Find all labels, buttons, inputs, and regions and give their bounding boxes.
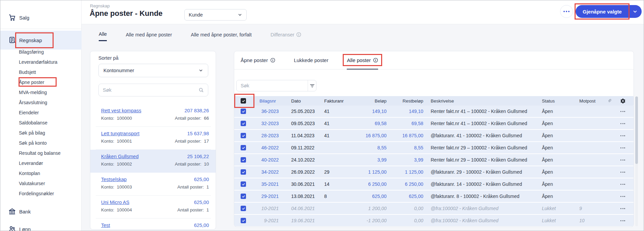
col-header-beskrivelse[interactable]: Beskrivelse [425,98,538,104]
more-actions-button[interactable] [560,5,573,18]
col-header-belop[interactable]: Beløp [352,98,388,104]
col-header-restbelop[interactable]: Restbeløp [388,98,425,104]
row-menu-button[interactable] [620,123,625,124]
status-cell: Åpen [538,169,568,175]
customer-row-lett-tungtransport[interactable]: Lett tungtransport 15 637,98 Konto: 1000… [90,127,216,150]
select-all-checkbox[interactable] [241,98,246,104]
tab-differanser[interactable]: Differanser [271,31,302,41]
motpost-cell: 10 [568,218,603,223]
sidebar-item-resultat-og-balanse[interactable]: Resultat og balanse [0,148,82,158]
row-menu-button[interactable] [620,208,625,209]
customer-row-test[interactable]: Test 625,00 [90,219,216,230]
reopen-selected-dropdown-toggle[interactable] [629,5,642,18]
customer-row-uni-micro-as[interactable]: Uni Micro AS 625,00 Konto: 100004 Antall… [90,196,216,219]
beskrivelse-cell: @fakturanr. 14 - 100002 - Kråken Gullsme… [425,181,538,187]
bilagsnr-link[interactable]: 32-2023 [250,121,281,126]
bilagsnr-link[interactable]: 10-2021 [250,206,281,211]
sidebar-item-fordelingsnøkler[interactable]: Fordelingsnøkler [0,189,82,199]
bilagsnr-link[interactable]: 29-2021 [250,194,281,199]
sidebar-item-eiendeler[interactable]: Eiendeler [0,108,82,118]
row-checkbox[interactable] [241,133,246,138]
entity-type-dropdown[interactable]: Kunde [184,9,247,21]
customer-row-kråken-gullsmed[interactable]: Kråken Gullsmed 25 106,22 Konto: 100002 … [90,150,216,173]
col-header-bilagsnr[interactable]: Bilagsnr [250,98,281,104]
postings-search-input[interactable] [237,80,308,91]
row-menu-button[interactable] [620,172,625,173]
table-row: 9-2021 19.06.2021 -1 200,00 0,00 @fra:10… [234,215,634,226]
tab-alle-poster[interactable]: Alle poster [347,51,378,69]
column-settings-button[interactable] [615,98,630,104]
sidebar-item-leverandørfaktura[interactable]: Leverandørfaktura [0,57,82,67]
customer-name-link[interactable]: Test [101,223,110,228]
row-menu-button[interactable] [620,135,625,136]
account-number: 100004 [117,207,132,212]
tab-alle-med-åpne-poster[interactable]: Alle med åpne poster [126,31,172,41]
row-checkbox[interactable] [241,157,246,163]
customer-name-link[interactable]: Lett tungtransport [101,131,140,136]
sidebar-item-valutakurser[interactable]: Valutakurser [0,178,82,189]
bilagsnr-link[interactable]: 46-2022 [250,145,281,150]
bilagsnr-link[interactable]: 35-2021 [250,181,281,187]
sidebar-item-søk-på-konto[interactable]: Søk på konto [0,138,82,148]
col-header-motpost[interactable]: Motpost [568,98,603,104]
row-menu-button[interactable] [620,220,625,221]
row-checkbox[interactable] [241,145,246,150]
sidebar-item-kontoplan[interactable]: Kontoplan [0,168,82,178]
col-header-fakturanr[interactable]: Fakturanr [318,98,352,104]
col-header-status[interactable]: Status [538,98,568,104]
row-checkbox[interactable] [241,181,246,187]
belop-cell: 69,58 [352,121,388,126]
table-row: 36-2023 25.05.2023 41 149,10 149,10 Rent… [234,106,634,117]
row-menu-button[interactable] [620,147,625,148]
row-checkbox[interactable] [241,194,246,199]
sidebar-item-mva-melding[interactable]: MVA-melding [0,87,82,97]
row-checkbox[interactable] [241,109,246,114]
sidebar-item-leverandør[interactable]: Leverandør [0,158,82,168]
dato-cell: 04.06.2021 [281,206,318,211]
filter-button[interactable] [308,80,316,91]
vertical-scrollbar[interactable] [635,96,638,226]
sidebar-item-lonn[interactable]: Lønn [0,220,82,231]
sidebar-item-åpne-poster[interactable]: Åpne poster [0,77,82,87]
tab-åpne-poster[interactable]: Åpne poster [241,51,275,69]
bilagsnr-link[interactable]: 40-2022 [250,157,281,163]
sidebar-item-bilagsføring[interactable]: Bilagsføring [0,47,82,57]
customer-name-link[interactable]: Kråken Gullsmed [101,154,139,159]
tab-alle-med-åpne-poster-forfalt[interactable]: Alle med åpne poster, forfalt [191,31,252,41]
reopen-selected-button[interactable]: Gjenåpne valgte [576,5,629,18]
account-number: 100001 [117,139,132,144]
customer-name-link[interactable]: Testselskap [101,177,127,182]
sidebar-item-saldobalanse[interactable]: Saldobalanse [0,118,82,128]
row-checkbox[interactable] [241,121,246,126]
row-checkbox[interactable] [241,206,246,211]
customer-row-testselskap[interactable]: Testselskap 625,00 Konto: 100003 Antall … [90,173,216,196]
customer-name-link[interactable]: Uni Micro AS [101,200,129,205]
sidebar-item-søk-på-bilag[interactable]: Søk på bilag [0,128,82,138]
bilagsnr-link[interactable]: 9-2021 [250,218,281,223]
col-header-dato[interactable]: Dato [281,98,318,104]
info-icon [373,58,378,63]
row-menu-button[interactable] [620,111,625,112]
customer-name-link[interactable]: Rett vest kompass [101,108,141,113]
customer-search-input[interactable] [103,87,198,93]
tab-alle[interactable]: Alle [99,31,107,41]
row-menu-button[interactable] [620,196,625,197]
bilagsnr-link[interactable]: 34-2022 [250,169,281,175]
sidebar-item-salg[interactable]: Salg [0,9,82,26]
sidebar-item-årsavslutning[interactable]: Årsavslutning [0,97,82,108]
row-menu-button[interactable] [620,160,625,161]
tab-lukkede-poster[interactable]: Lukkede poster [294,51,329,69]
customer-row-rett-vest-kompass[interactable]: Rett vest kompass 207 838,26 Konto: 1000… [90,104,216,127]
row-checkbox[interactable] [241,218,246,223]
row-menu-button[interactable] [620,184,625,185]
bilagsnr-link[interactable]: 28-2023 [250,133,281,138]
sidebar-item-bank[interactable]: Bank [0,203,82,220]
scrollbar-thumb[interactable] [635,96,638,164]
beskrivelse-cell: @fra:100002 - Kråken Gullsmed [425,206,538,211]
belop-cell: 149,10 [352,109,388,114]
bilagsnr-link[interactable]: 36-2023 [250,109,281,114]
row-checkbox[interactable] [241,169,246,175]
sidebar-item-budsjett[interactable]: Budsjett [0,67,82,77]
sidebar-subitem-label: Årsavslutning [19,100,47,105]
sort-dropdown[interactable]: Kontonummer [98,64,208,77]
